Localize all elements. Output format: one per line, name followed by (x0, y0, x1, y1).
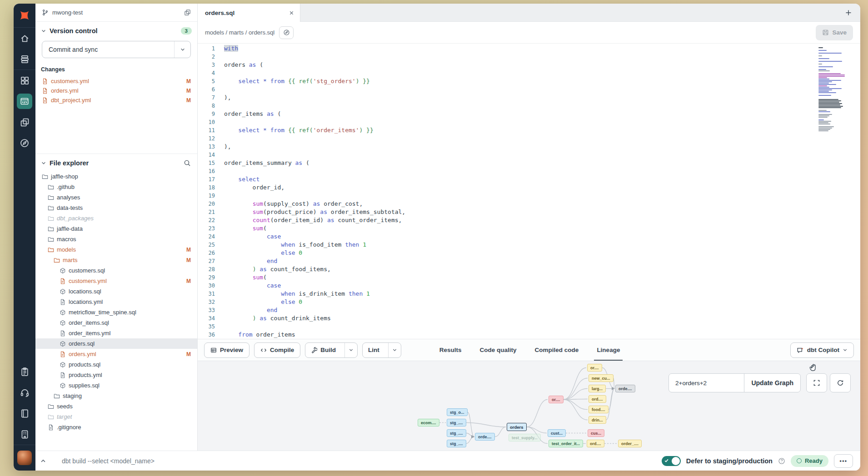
tree-item-staging[interactable]: staging (35, 391, 197, 401)
projects-icon[interactable] (14, 112, 35, 133)
code-line: 22 count(order_item_id) as count_order_i… (198, 216, 860, 224)
dbt-logo-icon[interactable] (14, 4, 35, 27)
tree-item-orders-sql[interactable]: orders.sql (35, 338, 197, 349)
commit-and-sync-button[interactable]: Commit and sync (42, 41, 191, 58)
tab-results[interactable]: Results (430, 339, 471, 361)
fullscreen-button[interactable] (806, 373, 827, 392)
lineage-node-yord[interactable]: ord.... (589, 395, 606, 403)
tab-code-quality[interactable]: Code quality (471, 339, 526, 361)
apps-grid-icon[interactable] (14, 70, 35, 91)
lineage-selector-input[interactable]: 2+orders+2 (669, 374, 744, 392)
open-in-lineage-icon[interactable] (279, 26, 294, 39)
tree-item-order-items-sql[interactable]: order_items.sql (35, 317, 197, 328)
build-dropdown-chevron-icon[interactable] (344, 343, 357, 357)
lint-dropdown-chevron-icon[interactable] (388, 343, 401, 357)
orchestration-compass-icon[interactable] (14, 133, 35, 154)
tree-item-models[interactable]: models M (35, 244, 197, 255)
tab-lineage[interactable]: Lineage (588, 339, 629, 361)
tree-item-orders-yml[interactable]: orders.yml M (35, 349, 197, 359)
tree-item-supplies-sql[interactable]: supplies.sql (35, 380, 197, 391)
lineage-node-stg3[interactable]: stg_.... (447, 429, 466, 437)
home-icon[interactable] (14, 28, 35, 49)
copy-branch-icon[interactable] (184, 9, 191, 16)
lineage-node-testord[interactable]: test_order_it... (549, 440, 583, 447)
lineage-node-yorder[interactable]: order_.... (618, 440, 642, 447)
chevron-down-icon[interactable] (41, 28, 46, 34)
tab-orders-sql[interactable]: orders.sql (198, 4, 300, 22)
tree-item-macros[interactable]: macros (35, 234, 197, 244)
tree-item-jaffle-data[interactable]: jaffle-data (35, 223, 197, 234)
tree-item-locations-yml[interactable]: locations.yml (35, 297, 197, 307)
user-avatar[interactable] (14, 445, 35, 471)
preview-label: Preview (220, 347, 243, 353)
tree-item-customers-sql[interactable]: customers.sql (35, 265, 197, 276)
more-options-button[interactable]: ••• (834, 454, 853, 468)
update-graph-button[interactable]: Update Graph (744, 374, 800, 392)
new-tab-plus-icon[interactable] (845, 9, 852, 16)
defer-toggle[interactable] (662, 456, 681, 466)
lineage-node-gorde[interactable]: orde.... (615, 385, 635, 392)
lineage-node-ecom[interactable]: ecom.... (418, 419, 439, 426)
lineage-node-ylarg[interactable]: larg... (589, 385, 606, 392)
save-button[interactable]: Save (816, 25, 853, 40)
tree-item-products-yml[interactable]: products.yml (35, 370, 197, 380)
change-item[interactable]: dbt_project.yml M (41, 95, 192, 105)
tree-item-dbt-packages[interactable]: dbt_packages (35, 213, 197, 223)
preview-button[interactable]: Preview (204, 342, 249, 358)
chevron-up-icon[interactable] (40, 458, 46, 464)
develop-ide-icon[interactable] (14, 91, 35, 112)
tree-item-order-items-yml[interactable]: order_items.yml (35, 328, 197, 338)
tree-item-target[interactable]: target (35, 412, 197, 422)
lineage-node-yord2[interactable]: ord.... (587, 440, 604, 447)
lineage-panel: ecom....stg_o...stg_....stg_....stg_....… (198, 361, 860, 451)
docs-book-icon[interactable] (14, 403, 35, 424)
environments-icon[interactable] (14, 49, 35, 69)
tree-item-marts[interactable]: marts M (35, 255, 197, 265)
lineage-node-stg1[interactable]: stg_o... (447, 408, 468, 416)
lineage-node-orde[interactable]: orde.... (475, 433, 495, 441)
tree-item--github[interactable]: .github (35, 182, 197, 192)
lineage-node-orders[interactable]: orders (507, 423, 527, 431)
command-input[interactable]: dbt build --select <model_name> (62, 457, 155, 465)
tab-compiled-code[interactable]: Compiled code (526, 339, 588, 361)
tree-item-metricflow-time-spine-sql[interactable]: metricflow_time_spine.sql (35, 307, 197, 317)
chevron-down-icon[interactable] (41, 160, 46, 166)
lineage-node-orpink[interactable]: or.... (549, 396, 564, 403)
tree-item-customers-yml[interactable]: customers.yml M (35, 276, 197, 286)
tree-item-locations-sql[interactable]: locations.sql (35, 286, 197, 297)
refresh-button[interactable] (830, 373, 851, 392)
close-tab-icon[interactable] (289, 10, 294, 16)
lineage-node-yor[interactable]: or.... (587, 364, 602, 372)
help-question-icon[interactable] (778, 457, 785, 465)
lineage-node-yfood[interactable]: food.... (589, 406, 609, 413)
tree-item-analyses[interactable]: analyses (35, 192, 197, 203)
tree-item-products-sql[interactable]: products.sql (35, 359, 197, 370)
lineage-node-stg2[interactable]: stg_.... (447, 419, 466, 426)
lineage-node-stg4[interactable]: stg_.... (447, 440, 466, 447)
tree-item-data-tests[interactable]: data-tests (35, 203, 197, 213)
minimap[interactable] (818, 47, 848, 132)
lineage-node-pcus[interactable]: cus... (588, 429, 604, 437)
lineage-node-ydrin[interactable]: drin... (589, 416, 606, 424)
lineage-node-ynew[interactable]: new_cu... (589, 374, 614, 382)
lineage-node-testsup[interactable]: test_supply... (509, 434, 541, 441)
git-branch-header[interactable]: mwong-test (35, 4, 197, 22)
lineage-node-cust[interactable]: cust... (548, 429, 566, 437)
support-headset-icon[interactable] (14, 382, 35, 403)
tree-item--gitignore[interactable]: .gitignore (35, 422, 197, 432)
build-button[interactable]: Build (305, 343, 341, 357)
change-item[interactable]: customers.yml M (41, 76, 192, 86)
status-badge[interactable]: Ready (791, 455, 828, 467)
tree-item-jaffle-shop[interactable]: jaffle-shop (35, 171, 197, 182)
organization-icon[interactable] (14, 424, 35, 445)
compile-button[interactable]: Compile (254, 342, 300, 358)
commit-dropdown-chevron-icon[interactable] (174, 41, 190, 58)
clipboard-icon[interactable] (14, 361, 35, 382)
change-item[interactable]: orders.yml M (41, 86, 192, 95)
tree-item-seeds[interactable]: seeds (35, 401, 197, 412)
tab-label: orders.sql (205, 10, 234, 16)
lint-button[interactable]: Lint (363, 343, 385, 357)
search-icon[interactable] (184, 159, 191, 167)
dbt-copilot-button[interactable]: dbt Copilot (790, 342, 854, 358)
code-editor[interactable]: 1with23orders as (45 select * from {{ re… (198, 44, 860, 339)
